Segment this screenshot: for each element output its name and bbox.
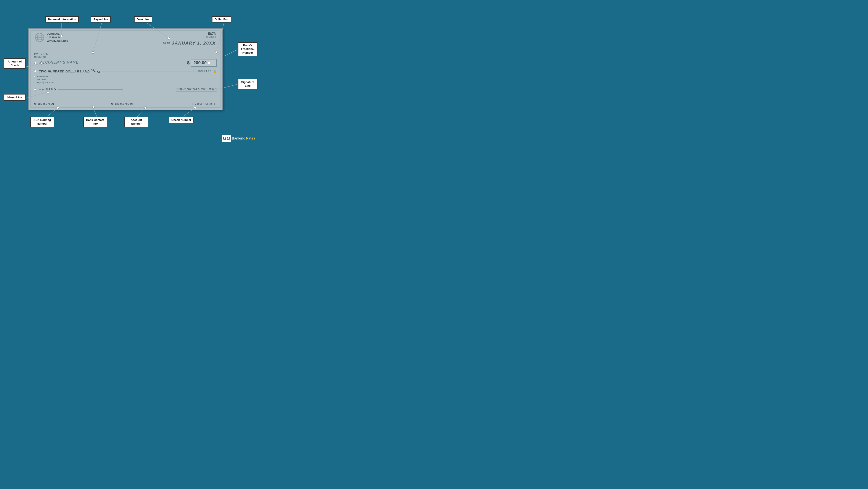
dollar-box-area: $ 200.00: [187, 59, 217, 67]
amount-box: 200.00: [191, 59, 217, 67]
memo-line-bar: [58, 89, 123, 90]
micr-line: ⑆•123456789⑆• ⑆•1234567890⑆• ⎸⎸7890⎸•567…: [34, 103, 217, 105]
written-amount-text: TWO HUNDRED DOLLARS AND 00/100: [39, 69, 100, 73]
memo-section: FOR MEMO: [34, 88, 123, 91]
check: 5673 19-2/1250 JOHN DOE 123 First St. An…: [28, 28, 223, 110]
dollar-sign: $: [187, 60, 189, 65]
date-line-label: Date Line: [134, 16, 152, 23]
globe-icon: [34, 32, 45, 43]
memo-text: MEMO: [45, 88, 56, 91]
micr-check: ⎸⎸7890⎸•5673⎸⎸: [190, 103, 217, 105]
payee-dot: [34, 62, 36, 64]
personal-information-label: Personal Information: [45, 16, 79, 23]
brand-go: GO: [222, 135, 231, 142]
bank-info-dot: [34, 76, 36, 77]
dollar-box-label: Dollar Box: [212, 16, 231, 23]
signature-line-label: Signature Line: [238, 79, 257, 89]
lock-icon: 🔒: [213, 69, 217, 73]
signature-text: YOUR SIGNATURE HERE: [176, 87, 217, 92]
brand-rates: Rates: [246, 136, 255, 140]
micr-account: ⑆•1234567890⑆•: [111, 103, 134, 105]
svg-line-5: [224, 50, 237, 56]
banks-fractional-number-label: Bank's Fractional Number: [238, 42, 257, 56]
brand-banking: Banking: [232, 136, 245, 140]
pay-line: RECIPIENT'S NAME $ 200.00: [34, 59, 217, 67]
pay-section: PAY TO THEORDER OF RECIPIENT'S NAME $ 20…: [34, 53, 217, 67]
micr-routing: ⑆•123456789⑆•: [34, 103, 56, 105]
date-area: DATE JANUARY 1, 20XX: [163, 41, 216, 46]
memo-line-label: Memo Line: [4, 94, 26, 101]
signature-section: YOUR SIGNATURE HERE: [128, 87, 217, 91]
check-number-label: Check Number: [169, 117, 194, 123]
memo-dot: [34, 89, 36, 91]
payee-line-label: Payee Line: [91, 16, 111, 23]
personal-info-area: JOHN DOE 123 First St. AnyCity, US 10101: [34, 32, 68, 43]
recipient-name: RECIPIENT'S NAME: [39, 61, 185, 65]
amount-of-check-label: Amount of Check: [4, 58, 26, 69]
memo-sig-line: FOR MEMO YOUR SIGNATURE HERE: [34, 87, 217, 91]
check-number-area: 5673 19-2/1250: [206, 32, 216, 38]
written-dot: [34, 70, 36, 72]
bank-info-area: Bank Name 123 First St. AnyCity, US 1010…: [34, 75, 54, 84]
branding: GO BankingRates: [222, 135, 255, 142]
dollars-label: DOLLARS: [198, 70, 211, 72]
for-label: FOR: [39, 88, 44, 91]
bank-contact-info-label: Bank Contact Info: [83, 117, 107, 127]
amount-dot: [208, 62, 210, 64]
aba-routing-number-label: ABA Routing Number: [30, 117, 54, 127]
personal-text: JOHN DOE 123 First St. AnyCity, US 10101: [47, 32, 68, 43]
pay-to-label: PAY TO THEORDER OF: [34, 53, 217, 59]
written-amount-area: TWO HUNDRED DOLLARS AND 00/100 DOLLARS 🔒: [34, 69, 217, 73]
account-number-label: Account Number: [124, 117, 148, 127]
